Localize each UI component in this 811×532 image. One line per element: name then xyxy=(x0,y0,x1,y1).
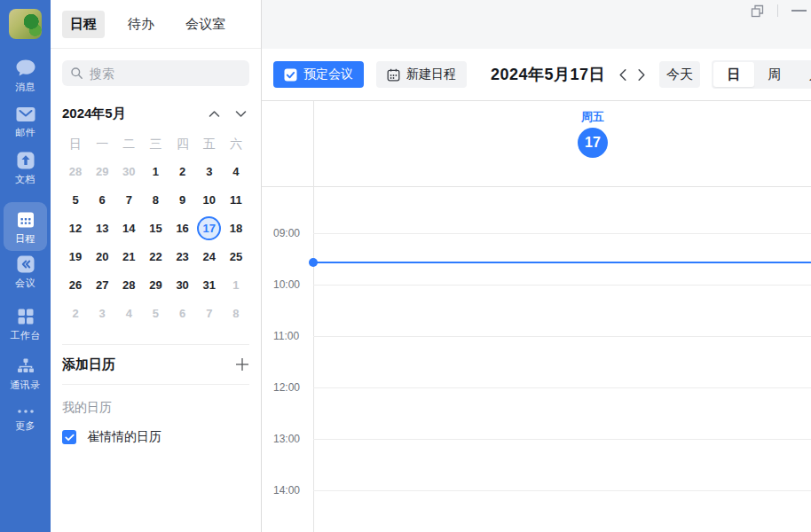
mini-calendar-day[interactable]: 26 xyxy=(62,270,89,299)
sidebar-item-label: 文档 xyxy=(0,173,51,186)
sidebar-item-contacts[interactable]: 通讯录 xyxy=(0,356,51,392)
mini-calendar-day[interactable]: 30 xyxy=(169,270,196,299)
mini-calendar-day[interactable]: 27 xyxy=(89,270,115,299)
mini-calendar-day[interactable]: 6 xyxy=(89,185,115,214)
add-calendar-label: 添加日历 xyxy=(62,356,115,373)
mini-calendar-day[interactable]: 19 xyxy=(62,242,89,270)
prev-day-button[interactable] xyxy=(618,68,627,82)
sidebar-item-label: 会议 xyxy=(0,277,51,290)
add-calendar-row[interactable]: 添加日历 xyxy=(51,345,261,384)
chevron-up-icon[interactable] xyxy=(209,110,220,118)
mini-calendar-weekday: 日 xyxy=(62,130,89,157)
tab-meeting-rooms[interactable]: 会议室 xyxy=(177,11,233,38)
user-avatar[interactable] xyxy=(9,9,42,39)
mini-calendar-day[interactable]: 4 xyxy=(115,299,142,327)
mini-calendar-weekday: 五 xyxy=(196,130,223,157)
mini-calendar-day[interactable]: 3 xyxy=(89,299,115,327)
sidebar-item-workbench[interactable]: 工作台 xyxy=(0,307,51,342)
mini-calendar-day[interactable]: 3 xyxy=(196,157,223,185)
mail-icon xyxy=(15,106,36,123)
docs-icon xyxy=(16,151,35,170)
mini-calendar-day[interactable]: 21 xyxy=(115,242,142,270)
workbench-grid-icon xyxy=(16,307,35,326)
mini-calendar-day[interactable]: 12 xyxy=(62,214,89,242)
my-calendar-section-label: 我的日历 xyxy=(51,385,261,416)
view-switcher: 日 周 月 xyxy=(712,60,811,89)
more-dots-icon xyxy=(16,406,35,417)
mini-calendar-day[interactable]: 1 xyxy=(142,157,169,185)
popout-window-icon[interactable] xyxy=(751,4,764,18)
view-day[interactable]: 日 xyxy=(713,62,754,87)
mini-calendar-day[interactable]: 22 xyxy=(142,242,169,270)
mini-calendar-day[interactable]: 7 xyxy=(196,299,223,327)
mini-calendar-day[interactable]: 9 xyxy=(169,185,196,214)
sidebar-item-calendar[interactable]: 日程 xyxy=(0,210,51,246)
mini-calendar-day[interactable]: 29 xyxy=(89,157,115,185)
time-label: 10:00 xyxy=(273,278,307,292)
sidebar-item-mail[interactable]: 邮件 xyxy=(0,106,51,139)
mini-calendar-day[interactable]: 23 xyxy=(169,242,196,270)
next-day-button[interactable] xyxy=(637,68,646,82)
mini-calendar-day[interactable]: 30 xyxy=(115,157,142,185)
weekday-label: 周五 xyxy=(581,109,604,125)
main-area: 预定会议 新建日程 2024年5月17日 xyxy=(262,0,811,532)
mini-calendar-day[interactable]: 5 xyxy=(62,185,89,214)
search-input[interactable] xyxy=(90,66,240,81)
mini-calendar-day[interactable]: 2 xyxy=(62,299,89,327)
mini-calendar-grid: 2829301234567891011121314151617181920212… xyxy=(62,157,249,327)
hour-gridline xyxy=(313,285,811,286)
mini-calendar-day[interactable]: 11 xyxy=(223,185,249,214)
day-view: 周五 17 09:0010:0011:0012:0013:0014:00 xyxy=(262,100,811,532)
calendar-checkbox-checked[interactable] xyxy=(62,430,76,444)
day-number-badge: 17 xyxy=(578,128,608,158)
book-meeting-button[interactable]: 预定会议 xyxy=(273,61,364,88)
hour-gridline xyxy=(313,233,811,234)
plus-icon[interactable] xyxy=(235,357,249,372)
chevron-down-icon[interactable] xyxy=(235,110,247,118)
mini-calendar-day[interactable]: 29 xyxy=(142,270,169,299)
app-window: 消息 邮件 文档 xyxy=(0,0,811,532)
meeting-icon xyxy=(16,254,35,274)
calendar-side-panel: 日程 待办 会议室 2024年5月 xyxy=(51,0,262,532)
mini-calendar-day[interactable]: 24 xyxy=(196,242,223,270)
mini-calendar-day[interactable]: 10 xyxy=(196,185,223,214)
mini-calendar-day[interactable]: 28 xyxy=(115,270,142,299)
time-label: 14:00 xyxy=(273,483,307,497)
mini-calendar-day[interactable]: 2 xyxy=(169,157,196,185)
mini-calendar-day[interactable]: 7 xyxy=(115,185,142,214)
today-button[interactable]: 今天 xyxy=(659,61,700,88)
new-event-button[interactable]: 新建日程 xyxy=(376,61,467,88)
mini-calendar-selected-day[interactable]: 17 xyxy=(196,214,223,242)
view-month[interactable]: 月 xyxy=(795,62,811,87)
mini-calendar-day[interactable]: 20 xyxy=(89,242,115,270)
mini-calendar-day[interactable]: 4 xyxy=(223,157,249,185)
mini-calendar-day[interactable]: 1 xyxy=(223,270,249,299)
mini-calendar-day[interactable]: 25 xyxy=(223,242,249,270)
mini-calendar-day[interactable]: 8 xyxy=(223,299,249,327)
sidebar-item-label: 邮件 xyxy=(0,126,51,139)
search-box[interactable] xyxy=(62,60,249,86)
mini-calendar-day[interactable]: 15 xyxy=(142,214,169,242)
minimize-icon[interactable] xyxy=(791,10,807,12)
tab-schedule[interactable]: 日程 xyxy=(62,11,105,38)
sidebar-item-messages[interactable]: 消息 xyxy=(0,59,51,94)
mini-calendar-day[interactable]: 28 xyxy=(62,157,89,185)
mini-calendar-day[interactable]: 16 xyxy=(169,214,196,242)
current-time-line xyxy=(313,262,811,263)
search-icon xyxy=(70,66,83,80)
sidebar-item-more[interactable]: 更多 xyxy=(0,406,51,433)
sidebar-item-label: 更多 xyxy=(0,419,51,433)
mini-calendar-day[interactable]: 18 xyxy=(223,214,249,242)
mini-calendar-day[interactable]: 8 xyxy=(142,185,169,214)
sidebar-item-meeting[interactable]: 会议 xyxy=(0,254,51,290)
tab-todo[interactable]: 待办 xyxy=(120,11,162,38)
mini-calendar-day[interactable]: 14 xyxy=(115,214,142,242)
mini-calendar-day[interactable]: 5 xyxy=(142,299,169,327)
mini-calendar-day[interactable]: 6 xyxy=(169,299,196,327)
new-event-label: 新建日程 xyxy=(406,66,456,82)
mini-calendar-day[interactable]: 13 xyxy=(89,214,115,242)
view-week[interactable]: 周 xyxy=(754,62,795,87)
calendar-list-item[interactable]: 崔情情的日历 xyxy=(51,429,261,445)
sidebar-item-docs[interactable]: 文档 xyxy=(0,151,51,186)
mini-calendar-day[interactable]: 31 xyxy=(196,270,223,299)
